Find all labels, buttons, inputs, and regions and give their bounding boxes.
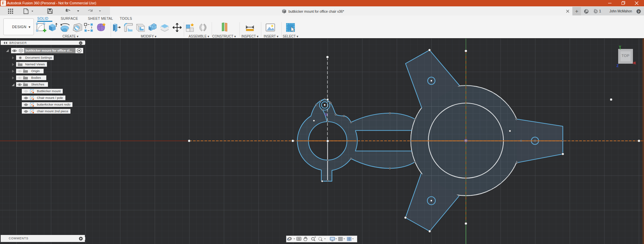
svg-text:?: ?: [638, 10, 640, 13]
